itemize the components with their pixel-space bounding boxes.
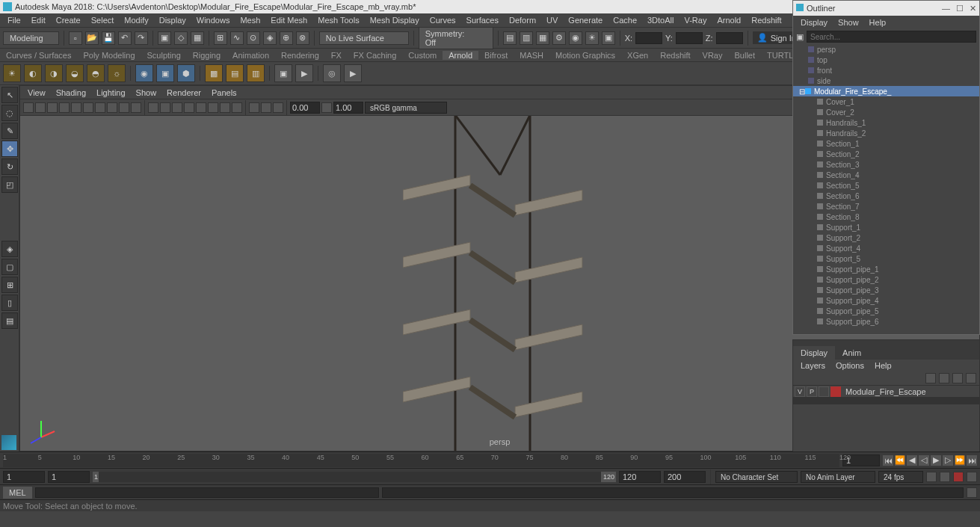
outliner-item-handrails_1[interactable]: Handrails_1 <box>793 117 979 128</box>
anim-layer-dropdown[interactable]: No Anim Layer <box>801 471 875 483</box>
layer-row[interactable]: V P Modular_Fire_Escape <box>793 385 979 397</box>
paint-tool[interactable]: ✎ <box>1 123 18 139</box>
loop-icon[interactable] <box>926 472 937 482</box>
render-region-icon[interactable]: ▥ <box>520 31 533 45</box>
outliner-item-handrails_2[interactable]: Handrails_2 <box>793 128 979 138</box>
layers-tab-anim[interactable]: Anim <box>835 346 869 360</box>
snap-point-icon[interactable]: ⊙ <box>247 31 260 45</box>
scale-tool[interactable]: ◰ <box>1 176 18 193</box>
menu-v-ray[interactable]: V-Ray <box>679 16 711 25</box>
maximize-icon[interactable]: ☐ <box>956 4 964 13</box>
playback-start-input[interactable] <box>48 471 90 483</box>
anim-end-input[interactable] <box>664 471 706 483</box>
panel-menu-lighting[interactable]: Lighting <box>92 88 130 97</box>
light-editor-icon[interactable]: ☀ <box>585 31 599 45</box>
menu-uv[interactable]: UV <box>542 16 562 25</box>
menu-display[interactable]: Display <box>155 16 191 25</box>
view-transform-dropdown[interactable]: sRGB gamma <box>365 102 447 114</box>
outliner-item-support_4[interactable]: Support_4 <box>793 243 979 253</box>
shelf-tab-fx-caching[interactable]: FX Caching <box>348 51 402 60</box>
snap-grid-icon[interactable]: ⊞ <box>214 31 227 45</box>
layer-move-up-icon[interactable] <box>925 373 936 383</box>
render-icon[interactable]: ▤ <box>503 31 517 45</box>
arnold-about-icon[interactable]: ▶ <box>344 64 362 82</box>
arnold-render-icon[interactable]: ▣ <box>274 64 292 82</box>
layer-type[interactable] <box>819 386 829 397</box>
camera-lock-icon[interactable] <box>35 102 46 113</box>
multisample-icon[interactable] <box>220 102 230 113</box>
anim-start-input[interactable] <box>3 471 45 483</box>
menu-select[interactable]: Select <box>87 16 119 25</box>
shelf-tab-redshift[interactable]: Redshift <box>654 51 696 60</box>
range-handle-start[interactable]: 1 <box>93 472 99 482</box>
arnold-create-shader-icon[interactable]: ◉ <box>135 64 153 82</box>
arnold-photometric-icon[interactable]: ◒ <box>66 64 84 82</box>
layer-playback[interactable]: P <box>807 386 817 397</box>
screen-ao-icon[interactable] <box>196 102 206 113</box>
open-scene-icon[interactable]: 📂 <box>85 31 99 45</box>
layer-new-empty-icon[interactable] <box>952 373 963 383</box>
layer-move-down-icon[interactable] <box>939 373 949 383</box>
cmd-lang-button[interactable]: MEL <box>3 487 32 499</box>
workspace-dropdown[interactable]: Modeling <box>3 31 59 45</box>
outliner-item-support_pipe_2[interactable]: Support_pipe_2 <box>793 274 979 285</box>
menu-cache[interactable]: Cache <box>608 16 641 25</box>
outliner-title-bar[interactable]: Outliner — ☐ ✕ <box>793 1 979 16</box>
xray-icon[interactable] <box>261 102 271 113</box>
panel-menu-view[interactable]: View <box>23 88 50 97</box>
menu-arnold[interactable]: Arnold <box>712 16 745 25</box>
outliner-item-section_1[interactable]: Section_1 <box>793 138 979 149</box>
menu-surfaces[interactable]: Surfaces <box>462 16 503 25</box>
arnold-skydome-icon[interactable]: ☀ <box>3 64 21 82</box>
shelf-tab-motion-graphics[interactable]: Motion Graphics <box>549 51 621 60</box>
2d-pan-icon[interactable] <box>71 102 81 113</box>
outliner-item-support_pipe_5[interactable]: Support_pipe_5 <box>793 306 979 316</box>
arnold-standin-icon[interactable]: ▣ <box>156 64 174 82</box>
shadows-icon[interactable] <box>184 102 194 113</box>
x-input[interactable] <box>635 32 662 44</box>
menu-edit[interactable]: Edit <box>27 16 50 25</box>
exposure-input[interactable] <box>290 102 320 114</box>
gamma-input[interactable] <box>333 102 363 114</box>
time-track[interactable]: 1510152025303540455055606570758085909510… <box>3 454 839 467</box>
outliner-item-support_pipe_1[interactable]: Support_pipe_1 <box>793 264 979 274</box>
outliner-tree[interactable]: persptopfrontside⊟ Modular_Fire_Escape_C… <box>793 44 979 328</box>
save-scene-icon[interactable]: 💾 <box>102 31 115 45</box>
shelf-tab-bullet[interactable]: Bullet <box>729 51 762 60</box>
snap-center-icon[interactable]: ⊕ <box>280 31 293 45</box>
outliner-item-support_pipe_4[interactable]: Support_pipe_4 <box>793 295 979 306</box>
menu-generate[interactable]: Generate <box>564 16 607 25</box>
shelf-tab-xgen[interactable]: XGen <box>621 51 654 60</box>
select-mode-icon[interactable]: ▣ <box>158 31 171 45</box>
layout-four-icon[interactable]: ⊞ <box>1 277 18 293</box>
outliner-item-support_1[interactable]: Support_1 <box>793 222 979 232</box>
go-end-icon[interactable]: ⏭ <box>967 455 977 466</box>
panel-menu-panels[interactable]: Panels <box>207 88 241 97</box>
play-fwd-icon[interactable]: ▶ <box>931 455 941 466</box>
new-scene-icon[interactable]: ▫ <box>69 31 82 45</box>
layers-scrollbar[interactable] <box>793 397 979 404</box>
shelf-tab-animation[interactable]: Animation <box>226 51 275 60</box>
outliner-item-support_pipe_7[interactable]: Support_pipe_7 <box>793 327 979 328</box>
shelf-tab-fx[interactable]: FX <box>325 51 348 60</box>
outliner-item-section_4[interactable]: Section_4 <box>793 170 979 180</box>
rotate-tool[interactable]: ↻ <box>1 158 18 175</box>
minimize-icon[interactable]: — <box>942 4 950 13</box>
time-slider[interactable]: 1510152025303540455055606570758085909510… <box>0 452 980 468</box>
undo-icon[interactable]: ↶ <box>118 31 132 45</box>
outliner-item-persp[interactable]: persp <box>793 44 979 55</box>
cmd-input[interactable] <box>35 487 379 498</box>
panel-menu-renderer[interactable]: Renderer <box>162 88 206 97</box>
motion-blur-icon[interactable] <box>208 102 218 113</box>
outliner-item-section_8[interactable]: Section_8 <box>793 212 979 222</box>
autokey-icon[interactable] <box>940 472 950 482</box>
layers-tab-display[interactable]: Display <box>793 346 835 360</box>
menu-3dtoall[interactable]: 3DtoAll <box>643 16 678 25</box>
outliner-item-front[interactable]: front <box>793 65 979 75</box>
play-back-icon[interactable]: ◁ <box>919 455 929 466</box>
step-back-icon[interactable]: ◀ <box>907 455 917 466</box>
grease-pencil-icon[interactable] <box>83 102 93 113</box>
set-key-icon[interactable] <box>953 472 964 482</box>
outliner-item-support_5[interactable]: Support_5 <box>793 253 979 264</box>
outliner-item-top[interactable]: top <box>793 55 979 65</box>
